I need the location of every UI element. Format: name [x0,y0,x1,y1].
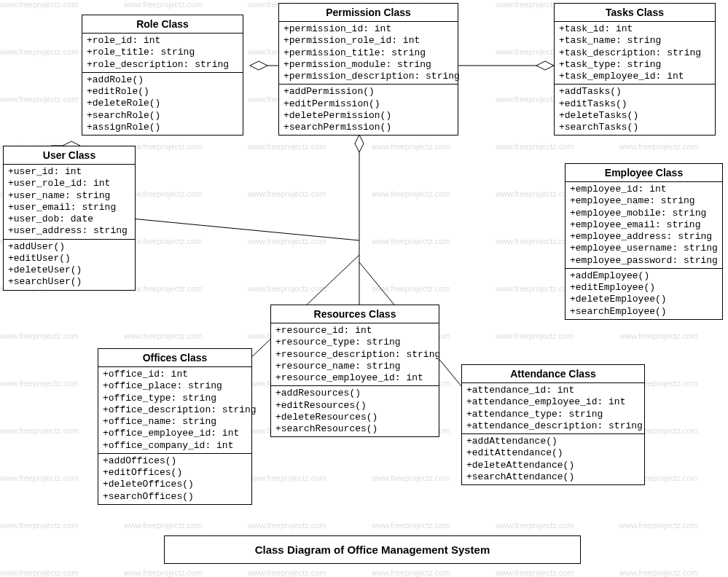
method-section: +addRole() +editRole() +deleteRole() +se… [82,73,243,135]
class-title: Tasks Class [555,4,715,22]
method-section: +addAttendance() +editAttendance() +dele… [462,434,644,484]
attr-section: +role_id: int +role_title: string +role_… [82,34,243,73]
class-title: User Class [4,146,135,165]
class-title: Offices Class [98,349,251,367]
class-tasks: Tasks Class +task_id: int +task_name: st… [554,3,716,136]
attr-section: +user_id: int +user_role_id: int +user_n… [4,165,135,240]
method-section: +addUser() +editUser() +deleteUser() +se… [4,240,135,290]
attr-section: +office_id: int +office_place: string +o… [98,367,251,454]
class-role: Role Class +role_id: int +role_title: st… [82,15,243,136]
class-permission: Permission Class +permission_id: int +pe… [278,3,458,136]
method-section: +addTasks() +editTasks() +deleteTasks() … [555,85,715,135]
attr-section: +resource_id: int +resource_type: string… [271,323,439,386]
diagram-title: Class Diagram of Office Management Syste… [164,535,581,564]
class-title: Attendance Class [462,365,644,383]
class-title: Role Class [82,15,243,34]
class-attendance: Attendance Class +attendance_id: int +at… [461,364,645,485]
class-resources: Resources Class +resource_id: int +resou… [270,305,439,437]
attr-section: +task_id: int +task_name: string +task_d… [555,22,715,85]
class-user: User Class +user_id: int +user_role_id: … [3,146,136,291]
attr-section: +permission_id: int +permission_role_id:… [279,22,458,85]
class-title: Employee Class [565,164,722,182]
class-title: Permission Class [279,4,458,22]
method-section: +addPermission() +editPermission() +dele… [279,85,458,135]
method-section: +addOffices() +editOffices() +deleteOffi… [98,454,251,504]
method-section: +addResources() +editResources() +delete… [271,386,439,436]
class-employee: Employee Class +employee_id: int +employ… [565,163,723,320]
class-title: Resources Class [271,305,439,323]
class-offices: Offices Class +office_id: int +office_pl… [98,348,252,505]
attr-section: +attendance_id: int +attendance_employee… [462,383,644,434]
attr-section: +employee_id: int +employee_name: string… [565,182,722,269]
method-section: +addEmployee() +editEmployee() +deleteEm… [565,269,722,319]
svg-line-4 [131,219,359,240]
